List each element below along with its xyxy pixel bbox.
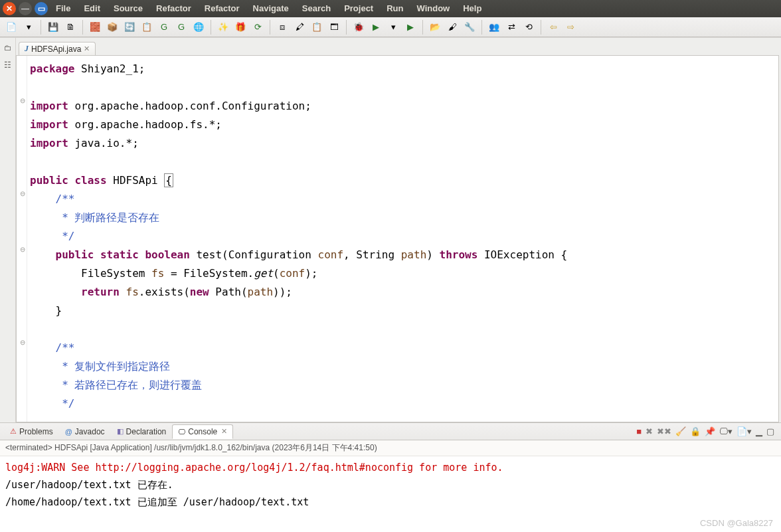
console-tools: ■ ✖ ✖✖ 🧹 🔒 📌 🖵▾ 📄▾ ▁ ▢ <box>636 426 777 436</box>
menu-project[interactable]: Project <box>337 0 380 17</box>
clear-console-icon[interactable]: 🧹 <box>675 426 686 436</box>
minimize-icon[interactable]: — <box>19 2 32 15</box>
run-drop-icon[interactable]: ▾ <box>386 20 400 35</box>
g-icon[interactable]: G <box>157 20 171 35</box>
left-view-bar: 🗀 ☷ <box>0 38 16 422</box>
hist-icon[interactable]: ⟲ <box>521 20 536 35</box>
menu-source[interactable]: Source <box>107 0 149 17</box>
tab-declaration[interactable]: ◧ Declaration <box>111 424 173 439</box>
clipboard-icon[interactable]: 📋 <box>309 20 324 35</box>
console-header: <terminated> HDFSApi [Java Application] … <box>0 440 781 456</box>
build-icon[interactable]: 🧱 <box>88 20 102 35</box>
code-editor[interactable]: ⊖⊖⊖⊖ package Shiyan2_1; import org.apach… <box>16 55 779 422</box>
toolbar: 📄 ▾ 💾 🗎 🧱 📦 🔄 📋 G G 🌐 ✨ 🎁 ⟳ ⧈ 🖍 📋 🗔 🐞 ▶ … <box>0 17 781 37</box>
remove-all-icon[interactable]: ✖✖ <box>657 426 671 436</box>
problems-icon: ⚠ <box>10 427 17 436</box>
tab-problems[interactable]: ⚠ Problems <box>4 424 59 439</box>
menu-run[interactable]: Run <box>380 0 410 17</box>
team-icon[interactable]: 👥 <box>487 20 501 35</box>
console-output[interactable]: log4j:WARN See http://logging.apache.org… <box>0 456 781 532</box>
menu-refactor[interactable]: Refactor <box>198 0 246 17</box>
new-icon[interactable]: 📄 <box>4 20 19 35</box>
bottom-panel: ⚠ Problems @ Javadoc ◧ Declaration 🖵 Con… <box>0 422 781 532</box>
tab-label: HDFSApi.java <box>31 44 81 54</box>
back-icon[interactable]: ⇦ <box>546 20 561 35</box>
watermark: CSDN @Gala8227 <box>700 518 773 528</box>
declaration-icon: ◧ <box>117 427 124 436</box>
editor-area: J HDFSApi.java ✕ ⊖⊖⊖⊖ package Shiyan2_1;… <box>16 38 781 422</box>
package-icon[interactable]: 📦 <box>105 20 120 35</box>
window-titlebar: ✕ — ▭ FileEditSourceRefactorRefactorNavi… <box>0 0 781 17</box>
minimize-panel-icon[interactable]: ▁ <box>756 426 762 436</box>
javadoc-icon: @ <box>65 428 72 436</box>
brush-icon[interactable]: 🖌 <box>445 20 460 35</box>
fold-gutter[interactable]: ⊖⊖⊖⊖ <box>17 56 27 422</box>
refresh-icon[interactable]: 🔄 <box>122 20 137 35</box>
bottom-tabbar: ⚠ Problems @ Javadoc ◧ Declaration 🖵 Con… <box>0 423 781 440</box>
menu-search[interactable]: Search <box>296 0 337 17</box>
sync-icon[interactable]: ⟳ <box>250 20 265 35</box>
menu-refactor[interactable]: Refactor <box>149 0 198 17</box>
display-console-icon[interactable]: 🖵▾ <box>719 426 733 436</box>
scroll-lock-icon[interactable]: 🔒 <box>690 426 701 436</box>
close-tab-icon[interactable]: ✕ <box>84 44 90 53</box>
menu-edit[interactable]: Edit <box>77 0 107 17</box>
editor-tabbar: J HDFSApi.java ✕ <box>16 38 781 55</box>
maximize-panel-icon[interactable]: ▢ <box>766 426 774 436</box>
package-explorer-icon[interactable]: 🗀 <box>4 43 12 52</box>
code-content[interactable]: package Shiyan2_1; import org.apache.had… <box>27 56 778 422</box>
window-icon[interactable]: 🗔 <box>327 20 341 35</box>
menu-help[interactable]: Help <box>456 0 488 17</box>
java-file-icon: J <box>25 44 29 54</box>
g2-icon[interactable]: G <box>174 20 189 35</box>
save-icon[interactable]: 💾 <box>46 20 60 35</box>
tab-hdfsapi[interactable]: J HDFSApi.java ✕ <box>19 42 96 55</box>
menu-navigate[interactable]: Navigate <box>246 0 296 17</box>
tab-console[interactable]: 🖵 Console ✕ <box>172 424 233 439</box>
menu-bar: FileEditSourceRefactorRefactorNavigateSe… <box>49 0 488 17</box>
forward-icon[interactable]: ⇨ <box>563 20 578 35</box>
save-all-icon[interactable]: 🗎 <box>63 20 78 35</box>
menu-window[interactable]: Window <box>410 0 456 17</box>
open-console-icon[interactable]: 📄▾ <box>737 426 752 436</box>
run-last-icon[interactable]: ▶ <box>403 20 418 35</box>
terminate-icon[interactable]: ■ <box>636 426 642 436</box>
console-icon: 🖵 <box>178 428 185 436</box>
highlight-icon[interactable]: 🖍 <box>292 20 307 35</box>
remove-launch-icon[interactable]: ✖ <box>646 426 653 436</box>
tab-javadoc[interactable]: @ Javadoc <box>59 424 111 439</box>
debug-icon[interactable]: 🐞 <box>351 20 366 35</box>
run-icon[interactable]: ▶ <box>369 20 383 35</box>
dropdown-icon[interactable]: ▾ <box>21 20 36 35</box>
bundle-icon[interactable]: 🎁 <box>233 20 248 35</box>
compare-icon[interactable]: ⇄ <box>504 20 519 35</box>
outline-icon[interactable]: ☷ <box>4 60 11 70</box>
folder-icon[interactable]: 📂 <box>428 20 442 35</box>
filter-icon[interactable]: ⧈ <box>275 20 290 35</box>
wand-icon[interactable]: ✨ <box>216 20 230 35</box>
menu-file[interactable]: File <box>49 0 77 17</box>
main-area: 🗀 ☷ J HDFSApi.java ✕ ⊖⊖⊖⊖ package Shiyan… <box>0 37 781 422</box>
wrench-icon[interactable]: 🔧 <box>462 20 477 35</box>
pin-icon[interactable]: 📌 <box>705 426 715 436</box>
maximize-icon[interactable]: ▭ <box>35 2 48 15</box>
format-icon[interactable]: 📋 <box>139 20 154 35</box>
close-icon[interactable]: ✕ <box>3 2 16 15</box>
close-console-icon[interactable]: ✕ <box>221 427 227 436</box>
globe-icon[interactable]: 🌐 <box>191 20 206 35</box>
